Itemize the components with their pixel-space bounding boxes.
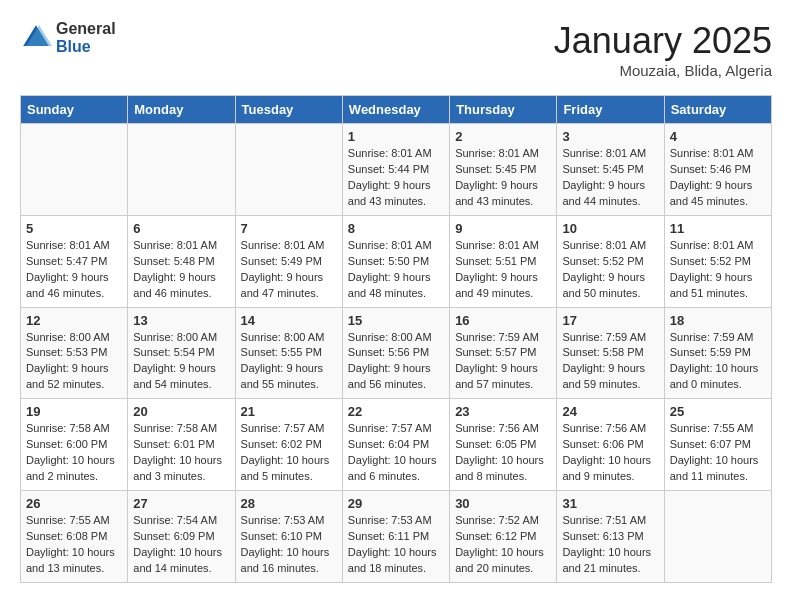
calendar-cell: 21Sunrise: 7:57 AM Sunset: 6:02 PM Dayli… xyxy=(235,399,342,491)
day-number: 2 xyxy=(455,129,551,144)
day-number: 4 xyxy=(670,129,766,144)
header-tuesday: Tuesday xyxy=(235,96,342,124)
calendar-cell: 1Sunrise: 8:01 AM Sunset: 5:44 PM Daylig… xyxy=(342,124,449,216)
calendar-cell: 20Sunrise: 7:58 AM Sunset: 6:01 PM Dayli… xyxy=(128,399,235,491)
cell-content: Sunrise: 8:01 AM Sunset: 5:44 PM Dayligh… xyxy=(348,146,444,210)
day-number: 30 xyxy=(455,496,551,511)
calendar-cell xyxy=(235,124,342,216)
day-number: 25 xyxy=(670,404,766,419)
day-number: 27 xyxy=(133,496,229,511)
calendar-cell: 18Sunrise: 7:59 AM Sunset: 5:59 PM Dayli… xyxy=(664,307,771,399)
day-number: 18 xyxy=(670,313,766,328)
calendar-cell: 6Sunrise: 8:01 AM Sunset: 5:48 PM Daylig… xyxy=(128,215,235,307)
calendar-cell: 13Sunrise: 8:00 AM Sunset: 5:54 PM Dayli… xyxy=(128,307,235,399)
day-number: 7 xyxy=(241,221,337,236)
header-saturday: Saturday xyxy=(664,96,771,124)
day-number: 23 xyxy=(455,404,551,419)
calendar-cell: 8Sunrise: 8:01 AM Sunset: 5:50 PM Daylig… xyxy=(342,215,449,307)
day-number: 29 xyxy=(348,496,444,511)
cell-content: Sunrise: 7:59 AM Sunset: 5:57 PM Dayligh… xyxy=(455,330,551,394)
calendar-cell: 17Sunrise: 7:59 AM Sunset: 5:58 PM Dayli… xyxy=(557,307,664,399)
cell-content: Sunrise: 8:01 AM Sunset: 5:51 PM Dayligh… xyxy=(455,238,551,302)
calendar-cell: 22Sunrise: 7:57 AM Sunset: 6:04 PM Dayli… xyxy=(342,399,449,491)
calendar-cell: 16Sunrise: 7:59 AM Sunset: 5:57 PM Dayli… xyxy=(450,307,557,399)
cell-content: Sunrise: 7:55 AM Sunset: 6:08 PM Dayligh… xyxy=(26,513,122,577)
cell-content: Sunrise: 7:53 AM Sunset: 6:10 PM Dayligh… xyxy=(241,513,337,577)
logo-icon xyxy=(20,22,52,54)
calendar-week-4: 19Sunrise: 7:58 AM Sunset: 6:00 PM Dayli… xyxy=(21,399,772,491)
cell-content: Sunrise: 7:56 AM Sunset: 6:06 PM Dayligh… xyxy=(562,421,658,485)
cell-content: Sunrise: 7:51 AM Sunset: 6:13 PM Dayligh… xyxy=(562,513,658,577)
cell-content: Sunrise: 7:57 AM Sunset: 6:04 PM Dayligh… xyxy=(348,421,444,485)
calendar-cell: 2Sunrise: 8:01 AM Sunset: 5:45 PM Daylig… xyxy=(450,124,557,216)
day-number: 26 xyxy=(26,496,122,511)
calendar-cell: 24Sunrise: 7:56 AM Sunset: 6:06 PM Dayli… xyxy=(557,399,664,491)
calendar-cell: 10Sunrise: 8:01 AM Sunset: 5:52 PM Dayli… xyxy=(557,215,664,307)
header-monday: Monday xyxy=(128,96,235,124)
calendar-cell: 19Sunrise: 7:58 AM Sunset: 6:00 PM Dayli… xyxy=(21,399,128,491)
calendar-cell: 30Sunrise: 7:52 AM Sunset: 6:12 PM Dayli… xyxy=(450,491,557,583)
calendar-cell: 28Sunrise: 7:53 AM Sunset: 6:10 PM Dayli… xyxy=(235,491,342,583)
cell-content: Sunrise: 7:59 AM Sunset: 5:59 PM Dayligh… xyxy=(670,330,766,394)
calendar-cell xyxy=(21,124,128,216)
day-number: 16 xyxy=(455,313,551,328)
calendar-cell: 31Sunrise: 7:51 AM Sunset: 6:13 PM Dayli… xyxy=(557,491,664,583)
day-number: 8 xyxy=(348,221,444,236)
calendar-cell: 14Sunrise: 8:00 AM Sunset: 5:55 PM Dayli… xyxy=(235,307,342,399)
calendar-cell: 3Sunrise: 8:01 AM Sunset: 5:45 PM Daylig… xyxy=(557,124,664,216)
cell-content: Sunrise: 8:01 AM Sunset: 5:49 PM Dayligh… xyxy=(241,238,337,302)
calendar-week-2: 5Sunrise: 8:01 AM Sunset: 5:47 PM Daylig… xyxy=(21,215,772,307)
cell-content: Sunrise: 8:01 AM Sunset: 5:45 PM Dayligh… xyxy=(562,146,658,210)
day-number: 6 xyxy=(133,221,229,236)
title-block: January 2025 Mouzaia, Blida, Algeria xyxy=(554,20,772,79)
day-number: 10 xyxy=(562,221,658,236)
day-number: 3 xyxy=(562,129,658,144)
header-friday: Friday xyxy=(557,96,664,124)
cell-content: Sunrise: 8:00 AM Sunset: 5:55 PM Dayligh… xyxy=(241,330,337,394)
cell-content: Sunrise: 7:57 AM Sunset: 6:02 PM Dayligh… xyxy=(241,421,337,485)
month-title: January 2025 xyxy=(554,20,772,62)
logo-blue-text: Blue xyxy=(56,38,116,56)
calendar-cell: 27Sunrise: 7:54 AM Sunset: 6:09 PM Dayli… xyxy=(128,491,235,583)
day-number: 28 xyxy=(241,496,337,511)
cell-content: Sunrise: 8:01 AM Sunset: 5:50 PM Dayligh… xyxy=(348,238,444,302)
logo-general-text: General xyxy=(56,20,116,38)
cell-content: Sunrise: 7:58 AM Sunset: 6:00 PM Dayligh… xyxy=(26,421,122,485)
header-wednesday: Wednesday xyxy=(342,96,449,124)
calendar-cell: 11Sunrise: 8:01 AM Sunset: 5:52 PM Dayli… xyxy=(664,215,771,307)
calendar-week-5: 26Sunrise: 7:55 AM Sunset: 6:08 PM Dayli… xyxy=(21,491,772,583)
day-number: 12 xyxy=(26,313,122,328)
calendar-table: SundayMondayTuesdayWednesdayThursdayFrid… xyxy=(20,95,772,583)
day-number: 11 xyxy=(670,221,766,236)
calendar-cell: 15Sunrise: 8:00 AM Sunset: 5:56 PM Dayli… xyxy=(342,307,449,399)
cell-content: Sunrise: 8:00 AM Sunset: 5:53 PM Dayligh… xyxy=(26,330,122,394)
page-header: General Blue January 2025 Mouzaia, Blida… xyxy=(20,20,772,79)
cell-content: Sunrise: 7:53 AM Sunset: 6:11 PM Dayligh… xyxy=(348,513,444,577)
day-number: 20 xyxy=(133,404,229,419)
day-number: 19 xyxy=(26,404,122,419)
day-number: 31 xyxy=(562,496,658,511)
calendar-cell: 7Sunrise: 8:01 AM Sunset: 5:49 PM Daylig… xyxy=(235,215,342,307)
cell-content: Sunrise: 7:56 AM Sunset: 6:05 PM Dayligh… xyxy=(455,421,551,485)
calendar-cell xyxy=(128,124,235,216)
cell-content: Sunrise: 8:00 AM Sunset: 5:56 PM Dayligh… xyxy=(348,330,444,394)
location: Mouzaia, Blida, Algeria xyxy=(554,62,772,79)
calendar-cell: 26Sunrise: 7:55 AM Sunset: 6:08 PM Dayli… xyxy=(21,491,128,583)
day-number: 13 xyxy=(133,313,229,328)
day-number: 22 xyxy=(348,404,444,419)
calendar-cell: 25Sunrise: 7:55 AM Sunset: 6:07 PM Dayli… xyxy=(664,399,771,491)
cell-content: Sunrise: 7:55 AM Sunset: 6:07 PM Dayligh… xyxy=(670,421,766,485)
calendar-cell: 4Sunrise: 8:01 AM Sunset: 5:46 PM Daylig… xyxy=(664,124,771,216)
cell-content: Sunrise: 8:01 AM Sunset: 5:52 PM Dayligh… xyxy=(670,238,766,302)
calendar-cell: 5Sunrise: 8:01 AM Sunset: 5:47 PM Daylig… xyxy=(21,215,128,307)
day-number: 17 xyxy=(562,313,658,328)
header-sunday: Sunday xyxy=(21,96,128,124)
day-number: 9 xyxy=(455,221,551,236)
calendar-cell xyxy=(664,491,771,583)
cell-content: Sunrise: 8:01 AM Sunset: 5:48 PM Dayligh… xyxy=(133,238,229,302)
cell-content: Sunrise: 8:01 AM Sunset: 5:46 PM Dayligh… xyxy=(670,146,766,210)
calendar-cell: 29Sunrise: 7:53 AM Sunset: 6:11 PM Dayli… xyxy=(342,491,449,583)
calendar-week-1: 1Sunrise: 8:01 AM Sunset: 5:44 PM Daylig… xyxy=(21,124,772,216)
day-number: 15 xyxy=(348,313,444,328)
cell-content: Sunrise: 7:59 AM Sunset: 5:58 PM Dayligh… xyxy=(562,330,658,394)
